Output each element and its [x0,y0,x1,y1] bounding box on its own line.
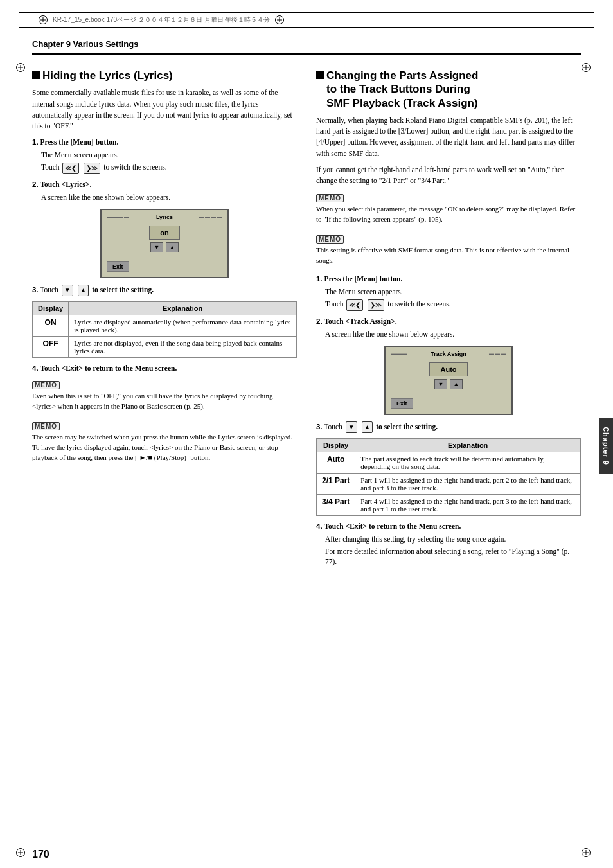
explanation-on: Lyrics are displayed automatically (when… [69,315,297,337]
right-down-select-btn[interactable]: ▼ [346,421,357,433]
right-intro: Normally, when playing back Roland Piano… [316,115,581,159]
corner-mark-tl [16,63,25,72]
fwd-btn-icon[interactable]: ❯≫ [84,163,100,174]
right-exit-bar[interactable]: Exit [391,398,413,409]
exit-bar[interactable]: Exit [107,261,129,272]
right-step-1: 1. Press the [Menu] button. [316,274,581,284]
right-fwd-btn[interactable]: ❯≫ [368,299,384,311]
right-screen-value-area: Auto ▼ ▲ [391,362,506,389]
right-memo-text-2: This setting is effective with SMF forma… [316,245,581,266]
explanation-21part: Part 1 will be assigned to the right-han… [355,474,581,495]
bullet-icon-right [316,71,324,79]
left-step-4: 4. Touch <Exit> to return to the Menu sc… [32,363,297,373]
right-step-1-switch: Touch ≪❮ ❯≫ to switch the screens. [325,299,581,310]
track-assign-table: Display Explanation Auto The part assign… [316,438,581,516]
memo-icon-1: MEMO [32,381,60,389]
step-text-1: Press the [Menu] button. [40,138,118,146]
screen-title: Lyrics [156,214,173,220]
screen-value-area: on ▼ ▲ [107,226,222,252]
right-memo-label-2: MEMO [316,235,581,244]
right-screen-value: Auto [429,362,467,376]
explanation-34part: Part 4 will be assigned to the right-han… [355,495,581,516]
page: KR-17_15_e.book 170ページ ２００４年１２月６日 月曜日 午後… [0,12,613,868]
step-2-sub: A screen like the one shown below appear… [41,192,297,202]
corner-mark-tr [582,63,591,72]
right-down-arrow[interactable]: ▼ [434,379,447,389]
table-row: 2/1 Part Part 1 will be assigned to the … [317,474,581,495]
screen-exit-area: Exit [107,258,222,272]
right-memo-box-2: MEMO This setting is effective with SMF … [316,233,581,269]
screen-title-bar: ▬▬▬▬ Lyrics ▬▬▬▬ [107,214,222,220]
right-screen-exit: Exit [391,394,506,409]
crosshair-icon [39,15,48,24]
explanation-auto: The part assigned to each track will be … [355,452,581,474]
chapter-header: Chapter 9 Various Settings [32,39,581,55]
right-intro2: If you cannot get the right-hand and lef… [316,164,581,187]
up-select-btn[interactable]: ▲ [78,285,89,296]
col-explanation: Explanation [69,302,297,315]
right-screen-arrows: ▼ ▲ [429,379,467,389]
back-btn-icon[interactable]: ≪❮ [62,163,79,174]
step-1-switch: Touch ≪❮ ❯≫ to switch the screens. [41,162,297,173]
step-num-1: 1. [32,138,39,146]
display-34part: 3/4 Part [317,495,355,516]
memo-icon-2: MEMO [32,422,60,430]
right-memo-icon-2: MEMO [316,235,344,244]
memo-text-1: Even when this is set to "OFF," you can … [32,391,297,412]
left-step-1: 1. Press the [Menu] button. [32,137,297,147]
chapter-tab: Chapter 9 [599,418,613,474]
right-column: Changing the Parts Assigned to the Track… [316,60,581,569]
memo-box-1: MEMO Even when this is set to "OFF," you… [32,378,297,414]
down-arrow-btn[interactable]: ▼ [150,242,163,252]
memo-label-1: MEMO [32,381,297,389]
right-back-btn[interactable]: ≪❮ [346,299,363,311]
right-up-select-btn[interactable]: ▲ [362,421,373,433]
right-step-2: 2. Touch <Track Assign>. [316,316,581,326]
chapter-title: Chapter 9 Various Settings [32,39,138,49]
right-up-arrow[interactable]: ▲ [450,379,463,389]
page-number: 170 [32,849,49,860]
right-col-explanation: Explanation [355,439,581,452]
left-intro: Some commercially available music files … [32,87,297,132]
right-step-3: 3. Touch ▼ ▲ to select the setting. [316,421,581,433]
down-select-btn[interactable]: ▼ [62,285,73,296]
table-row: ON Lyrics are displayed automatically (w… [33,315,297,337]
crosshair-icon2 [275,15,284,24]
screen-arrow-buttons: ▼ ▲ [149,242,179,252]
screen-value: on [149,226,179,240]
right-screen-title-bar: ▬▬▬ Track Assign ▬▬▬ [391,351,506,357]
table-row: OFF Lyrics are not displayed, even if th… [33,337,297,358]
left-section-heading: Hiding the Lyrics (Lyrics) [32,69,297,82]
display-on: ON [33,315,69,337]
step-text-2: Touch <Lyrics>. [40,181,91,188]
lyrics-screen-mockup: ▬▬▬▬ Lyrics ▬▬▬▬ on ▼ ▲ Exit [100,209,229,278]
file-info: KR-17_15_e.book 170ページ ２００４年１２月６日 月曜日 午後… [53,15,270,24]
right-memo-box-1: MEMO When you select this parameter, the… [316,191,581,227]
memo-label-2: MEMO [32,422,297,430]
memo-box-2: MEMO The screen may be switched when you… [32,420,297,466]
memo-text-2: The screen may be switched when you pres… [32,432,297,463]
right-screen-title: Track Assign [431,351,466,357]
right-step-4: 4. Touch <Exit> to return to the Menu sc… [316,521,581,531]
table-row: Auto The part assigned to each track wil… [317,452,581,474]
explanation-off: Lyrics are not displayed, even if the so… [69,337,297,358]
left-step-2: 2. Touch <Lyrics>. [32,179,297,190]
up-arrow-btn[interactable]: ▲ [166,242,179,252]
col-display: Display [33,302,69,315]
corner-mark-bl [16,848,25,857]
table-row: 3/4 Part Part 4 will be assigned to the … [317,495,581,516]
right-heading-text: Changing the Parts Assigned to the Track… [326,69,478,110]
left-step-3: 3. Touch ▼ ▲ to select the setting. [32,285,297,296]
left-column: Hiding the Lyrics (Lyrics) Some commerci… [32,60,297,569]
right-memo-label-1: MEMO [316,194,581,202]
track-assign-screen-mockup: ▬▬▬ Track Assign ▬▬▬ Auto ▼ ▲ Exit [384,346,513,415]
display-off: OFF [33,337,69,358]
left-heading-text: Hiding the Lyrics (Lyrics) [42,69,173,82]
content-area: Hiding the Lyrics (Lyrics) Some commerci… [32,60,581,569]
display-auto: Auto [317,452,355,474]
corner-mark-br [582,848,591,857]
lyrics-table: Display Explanation ON Lyrics are displa… [32,301,297,358]
right-section-heading: Changing the Parts Assigned to the Track… [316,69,581,110]
right-memo-text-1: When you select this parameter, the mess… [316,204,581,225]
display-21part: 2/1 Part [317,474,355,495]
